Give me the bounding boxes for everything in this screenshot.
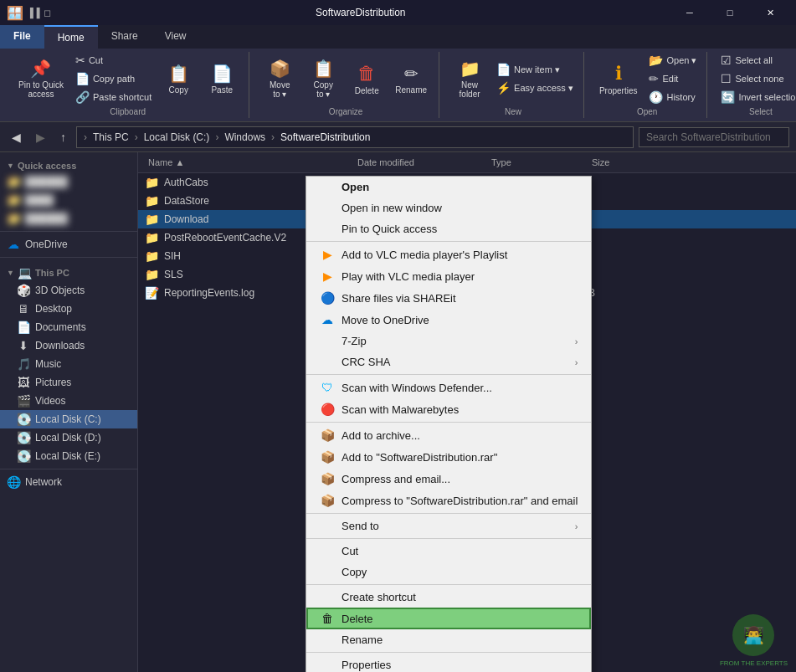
maximize-button[interactable]: □ — [711, 0, 749, 25]
ctx-malwarebytes[interactable]: 🔴 Scan with Malwarebytes — [306, 398, 591, 420]
address-local-c[interactable]: Local Disk (C:) — [141, 131, 213, 144]
pictures-icon: 🖼 — [17, 376, 30, 389]
onedrive-icon: ☁ — [7, 238, 20, 251]
sidebar-item-local-c[interactable]: 💽 Local Disk (C:) — [0, 410, 137, 428]
invert-selection-button[interactable]: 🔄 Invert selection — [717, 89, 796, 105]
copy-button[interactable]: 📋 Copy — [158, 60, 198, 98]
ctx-vlc-play[interactable]: ▶ Play with VLC media player — [306, 265, 591, 287]
ctx-create-shortcut[interactable]: Create shortcut — [306, 587, 591, 608]
ctx-onedrive-icon: ☁ — [320, 313, 335, 326]
ctx-onedrive[interactable]: ☁ Move to OneDrive — [306, 309, 591, 331]
ctx-copy[interactable]: Copy — [306, 562, 591, 582]
history-button[interactable]: 🕐 History — [645, 89, 700, 105]
select-all-icon: ☑ — [721, 54, 732, 67]
context-menu-overlay: Open Open in new window Pin to Quick acc… — [138, 152, 796, 672]
blur2-icon: 📁 — [7, 193, 20, 207]
sidebar-item-local-e[interactable]: 💽 Local Disk (E:) — [0, 447, 137, 465]
ctx-properties[interactable]: Properties — [306, 654, 591, 672]
address-this-pc[interactable]: This PC — [90, 131, 131, 144]
ribbon-tabs: File Home Share View — [0, 25, 796, 49]
sidebar-item-blur3[interactable]: 📁 ██████ — [0, 209, 137, 228]
sidebar-item-onedrive[interactable]: ☁ OneDrive — [0, 235, 137, 254]
ctx-crc[interactable]: CRC SHA › — [306, 351, 591, 372]
delete-button[interactable]: 🗑 Delete — [347, 59, 387, 99]
sidebar-item-desktop[interactable]: 🖥 Desktop — [0, 300, 137, 318]
address-bar[interactable]: › This PC › Local Disk (C:) › Windows › … — [76, 126, 634, 148]
copy-to-button[interactable]: 📋 Copyto ▾ — [303, 55, 343, 102]
tab-view[interactable]: View — [151, 25, 200, 49]
tab-share[interactable]: Share — [98, 25, 151, 49]
sidebar-item-local-d[interactable]: 💽 Local Disk (D:) — [0, 428, 137, 447]
copy-to-icon: 📋 — [313, 59, 334, 79]
pin-button[interactable]: 📌 Pin to Quickaccess — [13, 55, 69, 102]
edit-button[interactable]: ✏ Edit — [645, 70, 700, 87]
ctx-sep0 — [306, 241, 591, 242]
quick-access-section[interactable]: ▼ Quick access — [0, 156, 137, 172]
ctx-open-new-window[interactable]: Open in new window — [306, 197, 591, 218]
cut-button[interactable]: ✂ Cut — [72, 52, 155, 69]
forward-button[interactable]: ▶ — [31, 127, 50, 147]
ctx-compress-rar-email[interactable]: 📦 Compress to "SoftwareDistribution.rar"… — [306, 490, 591, 511]
sidebar-item-videos[interactable]: 🎬 Videos — [0, 392, 137, 410]
ctx-7zip[interactable]: 7-Zip › — [306, 331, 591, 351]
ctx-onedrive-label: Move to OneDrive — [342, 314, 578, 326]
sidebar-item-3dobjects[interactable]: 🎲 3D Objects — [0, 281, 137, 300]
copy-path-button[interactable]: 📄 Copy path — [72, 70, 155, 87]
window-controls[interactable]: ─ □ ✕ — [670, 0, 789, 25]
sidebar-item-downloads[interactable]: ⬇ Downloads — [0, 336, 137, 355]
ctx-open[interactable]: Open — [306, 177, 591, 197]
new-folder-button[interactable]: 📁 Newfolder — [449, 55, 490, 102]
ctx-compress-email[interactable]: 📦 Compress and email... — [306, 468, 591, 490]
paste-shortcut-button[interactable]: 🔗 Paste shortcut — [72, 89, 155, 105]
this-pc-section[interactable]: ▼ 💻 This PC — [0, 261, 137, 281]
ctx-send-to[interactable]: Send to › — [306, 516, 591, 536]
tab-home[interactable]: Home — [44, 25, 98, 49]
copy-icon: 📋 — [168, 64, 189, 84]
open-icon: 📂 — [649, 54, 663, 67]
sep1: › — [135, 131, 138, 143]
sidebar-item-blur1[interactable]: 📁 ██████ — [0, 172, 137, 191]
ctx-compress-rar-icon: 📦 — [320, 494, 335, 507]
local-e-icon: 💽 — [17, 449, 30, 463]
new-item-button[interactable]: 📄 New item ▾ — [493, 61, 577, 78]
sidebar-item-documents[interactable]: 📄 Documents — [0, 318, 137, 336]
easy-access-button[interactable]: ⚡ Easy access ▾ — [493, 80, 577, 96]
ctx-shareit-icon: 🔵 — [320, 291, 335, 305]
close-button[interactable]: ✕ — [751, 0, 789, 25]
paste-button[interactable]: 📄 Paste — [202, 60, 242, 98]
select-none-button[interactable]: ☐ Select none — [717, 70, 796, 87]
rename-button[interactable]: ✏ Rename — [390, 60, 432, 98]
ctx-vlc-playlist[interactable]: ▶ Add to VLC media player's Playlist — [306, 244, 591, 265]
ctx-rename[interactable]: Rename — [306, 629, 591, 650]
sidebar-item-network[interactable]: 🌐 Network — [0, 473, 137, 491]
ctx-add-rar[interactable]: 📦 Add to "SoftwareDistribution.rar" — [306, 446, 591, 468]
select-all-button[interactable]: ☑ Select all — [717, 52, 796, 69]
address-windows[interactable]: Windows — [222, 131, 268, 144]
sidebar-item-blur2[interactable]: 📁 ████ — [0, 191, 137, 209]
open-button[interactable]: 📂 Open ▾ — [645, 52, 700, 69]
ctx-open-label: Open — [342, 181, 578, 193]
tab-file[interactable]: File — [0, 25, 44, 49]
onedrive-label: OneDrive — [25, 239, 68, 250]
ctx-add-archive[interactable]: 📦 Add to archive... — [306, 424, 591, 446]
title-bar-icons: 🪟 ▐▐ ◻ — [7, 5, 51, 21]
minimize-button[interactable]: ─ — [670, 0, 709, 25]
up-button[interactable]: ↑ — [55, 127, 71, 147]
ctx-delete[interactable]: 🗑 Delete — [306, 608, 591, 629]
ctx-sep1 — [306, 374, 591, 375]
3dobjects-icon: 🎲 — [17, 284, 30, 297]
sidebar-item-music[interactable]: 🎵 Music — [0, 355, 137, 373]
move-to-button[interactable]: 📦 Moveto ▾ — [259, 55, 300, 102]
address-softwaredist[interactable]: SoftwareDistribution — [278, 131, 372, 144]
select-label: Select — [749, 105, 773, 118]
local-e-label: Local Disk (E:) — [35, 450, 100, 462]
ctx-defender[interactable]: 🛡 Scan with Windows Defender... — [306, 377, 591, 398]
search-input[interactable] — [639, 127, 789, 147]
new-item-label: New item ▾ — [514, 64, 560, 75]
ctx-shareit[interactable]: 🔵 Share files via SHAREit — [306, 287, 591, 309]
back-button[interactable]: ◀ — [7, 127, 26, 147]
sidebar-item-pictures[interactable]: 🖼 Pictures — [0, 373, 137, 392]
ctx-cut[interactable]: Cut — [306, 541, 591, 562]
properties-button[interactable]: ℹ Properties — [594, 59, 643, 99]
ctx-pin-quick[interactable]: Pin to Quick access — [306, 218, 591, 239]
